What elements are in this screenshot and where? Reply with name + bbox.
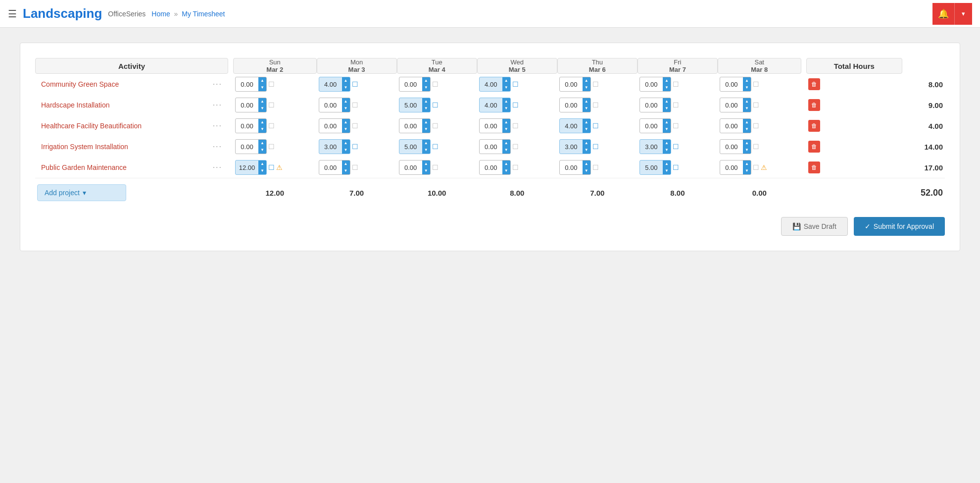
spin-down-0-tue[interactable]: ▼ [422, 84, 430, 91]
time-input-4-sat[interactable] [720, 162, 743, 173]
row-menu-button[interactable]: ··· [213, 80, 222, 89]
note-icon-3-tue[interactable]: ☐ [432, 143, 439, 151]
spin-down-1-sat[interactable]: ▼ [743, 105, 751, 112]
row-menu-button[interactable]: ··· [213, 121, 222, 130]
spin-down-4-mon[interactable]: ▼ [342, 167, 350, 174]
note-icon-4-thu[interactable]: ☐ [592, 163, 599, 171]
note-icon-1-mon[interactable]: ☐ [352, 101, 358, 109]
spin-up-3-mon[interactable]: ▲ [342, 140, 350, 147]
note-icon-4-wed[interactable]: ☐ [512, 163, 519, 171]
spin-up-3-wed[interactable]: ▲ [502, 140, 510, 147]
note-icon-3-fri[interactable]: ☐ [673, 143, 679, 151]
time-input-0-mon[interactable] [319, 79, 342, 90]
spin-down-0-mon[interactable]: ▼ [342, 84, 350, 91]
spin-down-1-thu[interactable]: ▼ [583, 105, 590, 112]
note-icon-1-sat[interactable]: ☐ [753, 101, 759, 109]
spin-up-0-mon[interactable]: ▲ [342, 77, 350, 84]
save-draft-button[interactable]: 💾 Save Draft [781, 217, 848, 236]
spin-up-4-sun[interactable]: ▲ [258, 161, 266, 167]
note-icon-2-mon[interactable]: ☐ [352, 122, 358, 130]
hamburger-icon[interactable]: ☰ [8, 8, 17, 20]
note-icon-2-fri[interactable]: ☐ [673, 122, 679, 130]
spin-down-1-tue[interactable]: ▼ [422, 105, 430, 112]
spin-up-2-fri[interactable]: ▲ [663, 119, 671, 126]
spin-down-0-thu[interactable]: ▼ [583, 84, 590, 91]
spin-down-2-fri[interactable]: ▼ [663, 126, 671, 133]
time-input-4-fri[interactable] [640, 162, 663, 173]
time-input-2-sat[interactable] [720, 120, 743, 132]
spin-up-2-sat[interactable]: ▲ [743, 119, 751, 126]
spin-down-4-sat[interactable]: ▼ [743, 167, 751, 174]
spin-down-2-wed[interactable]: ▼ [502, 126, 510, 133]
spin-up-2-thu[interactable]: ▲ [583, 119, 590, 126]
note-icon-1-tue[interactable]: ☐ [432, 101, 439, 109]
spin-down-0-wed[interactable]: ▼ [502, 84, 510, 91]
spin-down-0-fri[interactable]: ▼ [663, 84, 671, 91]
note-icon-4-tue[interactable]: ☐ [432, 163, 439, 171]
spin-down-1-sun[interactable]: ▼ [258, 105, 266, 112]
note-icon-2-tue[interactable]: ☐ [432, 122, 439, 130]
spin-up-1-tue[interactable]: ▲ [422, 98, 430, 105]
note-icon-1-sun[interactable]: ☐ [268, 101, 275, 109]
time-input-2-thu[interactable] [560, 120, 583, 132]
note-icon-0-sun[interactable]: ☐ [268, 80, 275, 88]
spin-down-1-mon[interactable]: ▼ [342, 105, 350, 112]
spin-up-2-tue[interactable]: ▲ [422, 119, 430, 126]
delete-row-button-3[interactable]: 🗑 [808, 141, 820, 153]
spin-up-1-sun[interactable]: ▲ [258, 98, 266, 105]
note-icon-2-thu[interactable]: ☐ [592, 122, 599, 130]
spin-up-1-fri[interactable]: ▲ [663, 98, 671, 105]
delete-row-button-0[interactable]: 🗑 [808, 78, 820, 90]
time-input-2-fri[interactable] [640, 120, 663, 132]
spin-up-2-wed[interactable]: ▲ [502, 119, 510, 126]
note-icon-2-wed[interactable]: ☐ [512, 122, 519, 130]
time-input-0-tue[interactable] [399, 79, 422, 90]
spin-down-0-sat[interactable]: ▼ [743, 84, 751, 91]
note-icon-0-thu[interactable]: ☐ [592, 80, 599, 88]
spin-up-0-tue[interactable]: ▲ [422, 77, 430, 84]
spin-down-3-sat[interactable]: ▼ [743, 147, 751, 154]
delete-row-button-4[interactable]: 🗑 [808, 161, 820, 173]
breadcrumb-home[interactable]: Home [151, 10, 170, 18]
note-icon-3-sun[interactable]: ☐ [268, 143, 275, 151]
time-input-3-sat[interactable] [720, 141, 743, 153]
spin-up-3-sun[interactable]: ▲ [258, 140, 266, 147]
row-menu-button[interactable]: ··· [213, 142, 222, 151]
spin-down-0-sun[interactable]: ▼ [258, 84, 266, 91]
time-input-4-sun[interactable] [236, 162, 258, 173]
time-input-2-wed[interactable] [480, 120, 502, 132]
delete-row-button-1[interactable]: 🗑 [808, 99, 820, 111]
time-input-4-tue[interactable] [399, 162, 422, 173]
user-dropdown-button[interactable]: ▾ [954, 3, 972, 25]
note-icon-4-sun[interactable]: ☐ [268, 163, 275, 171]
time-input-4-thu[interactable] [560, 162, 583, 173]
spin-down-4-fri[interactable]: ▼ [663, 167, 671, 174]
spin-up-2-mon[interactable]: ▲ [342, 119, 350, 126]
row-menu-button[interactable]: ··· [213, 163, 222, 172]
note-icon-1-fri[interactable]: ☐ [673, 101, 679, 109]
note-icon-0-wed[interactable]: ☐ [512, 80, 519, 88]
spin-up-3-tue[interactable]: ▲ [422, 140, 430, 147]
spin-up-1-wed[interactable]: ▲ [502, 98, 510, 105]
spin-up-0-wed[interactable]: ▲ [502, 77, 510, 84]
time-input-3-wed[interactable] [480, 141, 502, 153]
notification-button[interactable]: 🔔 [932, 3, 954, 25]
time-input-3-fri[interactable] [640, 141, 663, 153]
spin-down-3-tue[interactable]: ▼ [422, 147, 430, 154]
time-input-1-sat[interactable] [720, 100, 743, 111]
breadcrumb-current[interactable]: My Timesheet [182, 10, 225, 18]
spin-down-3-fri[interactable]: ▼ [663, 147, 671, 154]
spin-down-4-thu[interactable]: ▼ [583, 167, 590, 174]
time-input-2-tue[interactable] [399, 120, 422, 132]
time-input-3-sun[interactable] [236, 141, 258, 153]
spin-down-2-thu[interactable]: ▼ [583, 126, 590, 133]
note-icon-3-wed[interactable]: ☐ [512, 143, 519, 151]
row-menu-button[interactable]: ··· [213, 101, 222, 109]
note-icon-2-sun[interactable]: ☐ [268, 122, 275, 130]
time-input-0-fri[interactable] [640, 79, 663, 90]
submit-button[interactable]: ✓ Submit for Approval [854, 217, 945, 236]
note-icon-3-sat[interactable]: ☐ [753, 143, 759, 151]
note-icon-1-wed[interactable]: ☐ [512, 101, 519, 109]
note-icon-4-mon[interactable]: ☐ [352, 163, 358, 171]
spin-down-2-tue[interactable]: ▼ [422, 126, 430, 133]
